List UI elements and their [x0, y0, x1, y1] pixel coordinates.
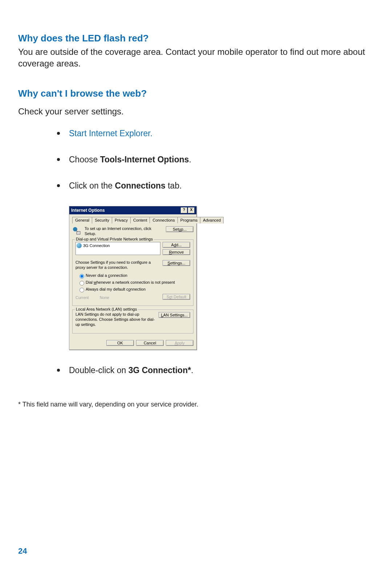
tab-general[interactable]: General: [72, 217, 92, 223]
step-4-pre: Double-click on: [69, 365, 128, 375]
tab-security[interactable]: Security: [92, 217, 112, 223]
lan-settings-button[interactable]: LAN Settings...: [159, 312, 190, 318]
section2-intro: Check your server settings.: [18, 106, 374, 117]
dialup-vpn-fieldset: Dial-up and Virtual Private Network sett…: [72, 239, 193, 306]
step-3-post: tab.: [166, 181, 182, 190]
radio-always-dial-input[interactable]: [79, 288, 84, 292]
current-label: Current: [75, 295, 89, 300]
dialup-legend: Dial-up and Virtual Private Network sett…: [75, 237, 154, 241]
settings-button[interactable]: Settings...: [163, 260, 190, 266]
ok-button[interactable]: OK: [106, 340, 134, 346]
help-button[interactable]: ?: [181, 207, 187, 213]
lan-fieldset: Local Area Network (LAN) settings LAN Se…: [72, 310, 193, 333]
connection-icon: [72, 226, 82, 237]
dialog-titlebar: Internet Options ? X: [69, 206, 196, 214]
apply-button: Apply: [166, 340, 193, 346]
step-4-post: .: [191, 365, 193, 375]
setup-button[interactable]: Setup...: [166, 226, 193, 232]
lan-legend: Local Area Network (LAN) settings: [75, 307, 138, 311]
step-2-pre: Choose: [69, 155, 100, 164]
step-3: Click on the Connections tab.: [65, 180, 374, 191]
radio-never-dial-input[interactable]: [79, 274, 84, 279]
globe-icon: [77, 243, 82, 248]
tab-advanced[interactable]: Advanced: [200, 217, 224, 223]
tab-bar: General Security Privacy Content Connect…: [72, 217, 193, 223]
connection-listbox[interactable]: 3G Connection: [75, 242, 160, 255]
page-number: 24: [18, 546, 27, 556]
tab-privacy[interactable]: Privacy: [112, 217, 131, 223]
step-3-bold: Connections: [115, 181, 166, 190]
tab-connections[interactable]: Connections: [150, 217, 177, 223]
radio-dial-when-absent[interactable]: Dial whenever a network connection is no…: [78, 280, 190, 286]
current-value: None: [100, 295, 109, 300]
setup-text: To set up an Internet connection, click …: [85, 226, 164, 237]
dialog-screenshot: Internet Options ? X General Security Pr…: [69, 206, 374, 350]
footnote: * This field name will vary, depending o…: [18, 401, 374, 408]
close-button[interactable]: X: [188, 207, 195, 213]
step-2-bold: Tools-Internet Options: [100, 155, 189, 164]
proxy-settings-text: Choose Settings if you need to configure…: [75, 260, 160, 270]
set-default-button: Set Default: [163, 294, 190, 300]
add-button[interactable]: Add...: [163, 242, 190, 248]
section1-heading: Why does the LED flash red?: [18, 33, 374, 44]
step-4: Double-click on 3G Connection*.: [65, 364, 374, 375]
cancel-button[interactable]: Cancel: [136, 340, 164, 346]
step-3-pre: Click on the: [69, 181, 115, 190]
tab-content[interactable]: Content: [130, 217, 150, 223]
radio-dial-when-absent-input[interactable]: [79, 281, 84, 286]
step-1-text: Start Internet Explorer.: [69, 129, 152, 138]
radio-always-dial[interactable]: Always dial my default connection: [78, 287, 190, 292]
internet-options-dialog: Internet Options ? X General Security Pr…: [69, 206, 197, 350]
radio-never-dial[interactable]: Never dial a connection: [78, 273, 190, 279]
step-list-continued: Double-click on 3G Connection*.: [18, 364, 374, 375]
connection-item-label: 3G Connection: [83, 243, 110, 248]
step-list: Start Internet Explorer. Choose Tools-In…: [18, 128, 374, 191]
step-1: Start Internet Explorer.: [65, 128, 374, 138]
section1-body: You are outside of the coverage area. Co…: [18, 46, 374, 70]
lan-text: LAN Settings do not apply to dial-up con…: [75, 312, 156, 327]
remove-button[interactable]: Remove: [163, 249, 190, 255]
step-2: Choose Tools-Internet Options.: [65, 154, 374, 165]
svg-rect-1: [77, 231, 80, 234]
tab-programs[interactable]: Programs: [177, 217, 201, 223]
step-2-post: .: [189, 155, 191, 164]
dialog-title-text: Internet Options: [71, 208, 105, 213]
connection-item-3g[interactable]: 3G Connection: [77, 243, 110, 248]
step-4-bold: 3G Connection*: [128, 365, 191, 375]
section2-heading: Why can't I browse the web?: [18, 88, 374, 99]
